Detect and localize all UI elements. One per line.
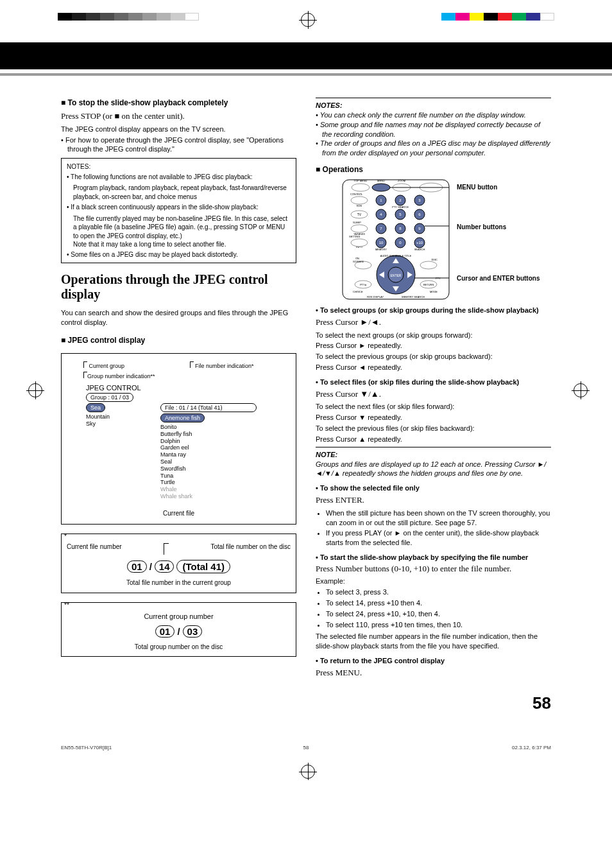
stop-body-2: • For how to operate through the JPEG co… — [67, 135, 296, 155]
notes-title: NOTES: — [67, 162, 291, 171]
num-14: 14 — [155, 560, 174, 573]
svg-text:CHOICE: CHOICE — [353, 290, 363, 293]
svg-text:RDS: RDS — [357, 204, 362, 207]
diagram-label-group-ind: Group number indication** — [87, 373, 155, 379]
note-2-tail: Note that it may take a long time to sel… — [73, 240, 291, 249]
sel-files-b1: To select the next files (or skip files … — [316, 402, 551, 412]
svg-point-57 — [420, 261, 437, 269]
svg-point-42 — [351, 239, 368, 247]
main-heading: Operations through the JPEG control disp… — [61, 272, 296, 302]
left-column: ■ To stop the slide-show playback comple… — [61, 95, 296, 681]
sel-groups-b2: To select the previous groups (or skip g… — [316, 352, 551, 361]
note-single-body: Groups and files are displayed up to 12 … — [316, 460, 551, 479]
remote-svg: TOP MENU MENU ZOOM CONTROL RDS — [341, 178, 450, 300]
note-1-body: Program playback, random playback, repea… — [73, 184, 291, 201]
notes-box: NOTES: • The following functions are not… — [61, 158, 296, 263]
label-number-buttons: Number buttons — [457, 223, 506, 230]
file-number-box: * Current file number Total file number … — [61, 534, 296, 593]
svg-text:MENU: MENU — [377, 179, 385, 182]
sel-groups-b2a: Press Cursor ◄ repeatedly. — [316, 363, 551, 372]
right-notes: NOTES: • You can check only the current … — [316, 98, 551, 158]
sel-files-b2a: Press Cursor ▲ repeatedly. — [316, 435, 551, 444]
group-mountain: Mountain — [86, 413, 150, 421]
sel-files-action: Press Cursor ▼/▲. — [316, 388, 551, 400]
ex3: To select 24, press +10, +10, then 4. — [326, 609, 551, 619]
sel-groups-b1: To select the next groups (or skip group… — [316, 331, 551, 340]
example-label: Example: — [316, 577, 551, 586]
sel-groups-action: Press Cursor ►/◄. — [316, 317, 551, 328]
file-item: Turtle — [160, 479, 257, 486]
sel-files-b2: To select the previous files (or skip fi… — [316, 424, 551, 433]
svg-text:AUDIO SUB ANGLE TITLE: AUDIO SUB ANGLE TITLE — [380, 254, 412, 257]
stop-heading-text: To stop the slide-show playback complete… — [68, 98, 228, 107]
svg-text:MEMORY SEARCH: MEMORY SEARCH — [402, 295, 425, 299]
file-panel: File : 01 / 14 (Total 41) Anemone fish B… — [160, 403, 257, 500]
gnum-03: 03 — [183, 625, 203, 638]
file-item: Manta ray — [160, 451, 257, 458]
stop-body-1: The JPEG control display appears on the … — [61, 125, 296, 134]
sel-files-head: • To select files (or skip files during … — [316, 378, 551, 387]
right-notes-title: NOTES: — [316, 101, 551, 110]
svg-text:MEMORY: MEMORY — [375, 248, 387, 251]
rnote-1: You can check only the current file numb… — [320, 111, 526, 119]
footer-right: 02.3.12, 6:37 PM — [387, 745, 551, 751]
num-total41: (Total 41) — [176, 560, 230, 573]
jpeg-control-title: JPEG CONTROL — [86, 383, 289, 393]
stop-action: Press STOP (or ■ on the center unit). — [61, 110, 296, 122]
show-file-b2: If you press PLAY (or ► on the center un… — [326, 528, 551, 548]
registration-mark — [301, 13, 315, 27]
operations-heading: ■ Operations — [316, 164, 551, 175]
file-item: Bonito — [160, 424, 257, 431]
svg-text:RDS DISPLAY: RDS DISPLAY — [367, 295, 384, 299]
header-black-bar — [0, 42, 612, 69]
stop-heading: ■ To stop the slide-show playback comple… — [61, 98, 296, 108]
label-cursor-buttons: Cursor and ENTER buttons — [457, 275, 540, 282]
right-column: NOTES: • You can check only the current … — [316, 95, 551, 681]
return-head: • To return to the JPEG control display — [316, 656, 551, 666]
label-total-file-disc: Total file number on the disc — [210, 543, 291, 555]
svg-text:ZOOM: ZOOM — [398, 179, 405, 182]
label-current-file-number: Current file number — [67, 543, 122, 555]
stop-body-2-text: For how to operate through the JPEG cont… — [65, 136, 284, 153]
diagram-label-file-ind: File number indication* — [190, 361, 254, 379]
svg-text:SCREEN: SCREEN — [353, 260, 364, 263]
sel-files-b1a: Press Cursor ▼ repeatedly. — [316, 413, 551, 422]
label-current-group-number: Current group number — [67, 612, 291, 621]
file-item: Seal — [160, 458, 257, 465]
color-bar — [441, 13, 554, 21]
group-sea: Sea — [86, 403, 105, 412]
registration-mark-bottom — [301, 765, 315, 779]
start-tail: The selected file number appears in the … — [316, 632, 551, 651]
svg-text:RETURN: RETURN — [423, 283, 434, 286]
grayscale-bar — [58, 13, 199, 21]
current-file-label: Current file — [68, 509, 289, 518]
svg-text:+10: +10 — [416, 241, 423, 245]
footer-left: EN55-58TH-V70R[B]1 — [61, 745, 225, 751]
footer-meta: EN55-58TH-V70R[B]1 58 02.3.12, 6:37 PM — [0, 745, 612, 751]
remote-diagram: TOP MENU MENU ZOOM CONTROL RDS — [316, 178, 551, 300]
note-single-title: NOTE: — [316, 450, 551, 460]
svg-text:10: 10 — [379, 241, 384, 245]
ex4: To select 110, press +10 ten times, then… — [326, 620, 551, 630]
note-2-lead: • If a black screen continuously appears… — [73, 203, 291, 212]
return-action: Press MENU. — [316, 667, 551, 679]
num-01: 01 — [127, 560, 147, 573]
label-total-file-group: Total file number in the current group — [67, 578, 291, 587]
svg-text:ENTER: ENTER — [391, 273, 402, 277]
group-number-box: ** Current group number 01 / 03 Total gr… — [61, 602, 296, 657]
file-item: Dolphin — [160, 438, 257, 445]
file-item: Whale — [160, 486, 257, 493]
rnote-3: The order of groups and files on a JPEG … — [320, 139, 550, 157]
svg-point-38 — [351, 225, 368, 232]
svg-text:DISC: DISC — [431, 258, 438, 261]
svg-text:SLEEP: SLEEP — [353, 221, 361, 224]
svg-point-1 — [352, 184, 370, 191]
svg-point-2 — [372, 184, 390, 191]
note-single: NOTE: Groups and files are displayed up … — [316, 447, 551, 479]
header-gray-line — [0, 73, 612, 76]
rnote-2: Some group and file names may not be dis… — [320, 121, 540, 138]
svg-text:PTY●: PTY● — [360, 283, 367, 286]
svg-point-8 — [351, 196, 368, 204]
svg-text:PTY SEARCH: PTY SEARCH — [392, 205, 409, 209]
crop-marks-top — [0, 0, 612, 26]
